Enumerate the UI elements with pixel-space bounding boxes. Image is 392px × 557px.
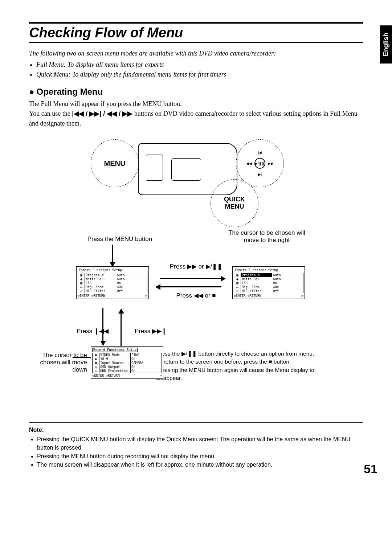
intro-bullet: Full Menu: To display all menu items for…: [36, 60, 363, 70]
caption-press-back: Press ❙◀◀: [73, 327, 113, 335]
svg-text:▶▶: ▶▶: [268, 161, 274, 165]
svg-text:▶/❚❚: ▶/❚❚: [255, 162, 265, 166]
intro-bullet: Quick Menu: To display only the fundamen…: [36, 70, 363, 79]
caption-bottom-text: Press the ▶/❚❚ button directly to choose…: [156, 350, 341, 382]
language-tab: English: [380, 25, 392, 64]
joystick-dial: ▶/❚❚ |◀ ▶| ◀◀ ▶▶: [236, 139, 284, 187]
caption-press-next: Press ▶▶ or ▶/❚❚: [160, 263, 232, 270]
quick-menu-dial: QUICK MENU: [211, 179, 258, 227]
camera-illustration: MENU ▶/❚❚ |◀ ▶| ◀◀ ▶▶ QUICK MENU: [91, 136, 301, 226]
caption-press-menu: Press the MENU button: [73, 236, 167, 243]
page-title: Checking Flow of Menu: [29, 22, 363, 41]
body-line-2a: You can use the: [29, 110, 72, 117]
title-underline: [29, 42, 363, 43]
osd-record-functions: Record Functions Setup ▣VIDEO ModeFINE ◉…: [91, 346, 163, 379]
arrow-up-icon: [121, 313, 122, 346]
body-text: The Full Menu will appear if you press t…: [29, 99, 363, 128]
svg-text:|◀: |◀: [258, 151, 262, 155]
caption-cursor-right: The cursor to be chosen will move to the…: [221, 229, 312, 244]
menu-dial: MENU: [91, 139, 139, 187]
svg-text:◀◀: ◀◀: [246, 161, 252, 165]
osd-camera-functions-highlight: Camera Functions Setup ▣Program AEAuto ◉…: [232, 266, 305, 299]
caption-press-prev: Press ◀◀ or ■: [160, 292, 232, 299]
note-block: Note: Pressing the QUICK MENU button wil…: [29, 422, 363, 469]
arrow-right-icon: [160, 278, 221, 279]
page-number: 51: [364, 462, 377, 476]
intro-block: The following two on-screen menu modes a…: [29, 49, 363, 79]
osd-title: Camera Functions Setup: [234, 268, 279, 272]
osd-title: Record Functions Setup: [92, 348, 138, 352]
caption-cursor-down: The cursor to be chosen will move down: [29, 352, 87, 373]
arrow-down-icon: [102, 308, 103, 341]
caption-press-fwd: Press ▶▶❙: [131, 327, 171, 335]
subheading-operating-menu: Operating Menu: [29, 87, 363, 97]
arrow-down-icon: [112, 245, 113, 263]
note-label: Note:: [29, 427, 44, 433]
arrow-left-icon: [160, 286, 221, 287]
leader-line: [73, 357, 93, 358]
diagram-area: MENU ▶/❚❚ |◀ ▶| ◀◀ ▶▶ QUICK MENU Press t…: [29, 136, 363, 415]
note-item: Pressing the QUICK MENU button will disp…: [37, 435, 363, 452]
nav-symbols-icon: |◀◀ / ▶▶| / ◀◀ / ▶▶: [72, 110, 132, 117]
joystick-icon: ▶/❚❚ |◀ ▶| ◀◀ ▶▶: [245, 149, 274, 178]
osd-camera-functions: Camera Functions Setup ▣Program AEAuto ◉…: [76, 266, 149, 299]
svg-text:▶|: ▶|: [258, 172, 262, 176]
note-item: Pressing the MENU button during recordin…: [37, 452, 363, 460]
note-item: The menu screen will disappear when it i…: [37, 460, 363, 469]
body-line-1: The Full Menu will appear if you press t…: [29, 100, 181, 107]
intro-line: The following two on-screen menu modes a…: [29, 49, 363, 58]
osd-title: Camera Functions Setup: [78, 268, 123, 272]
